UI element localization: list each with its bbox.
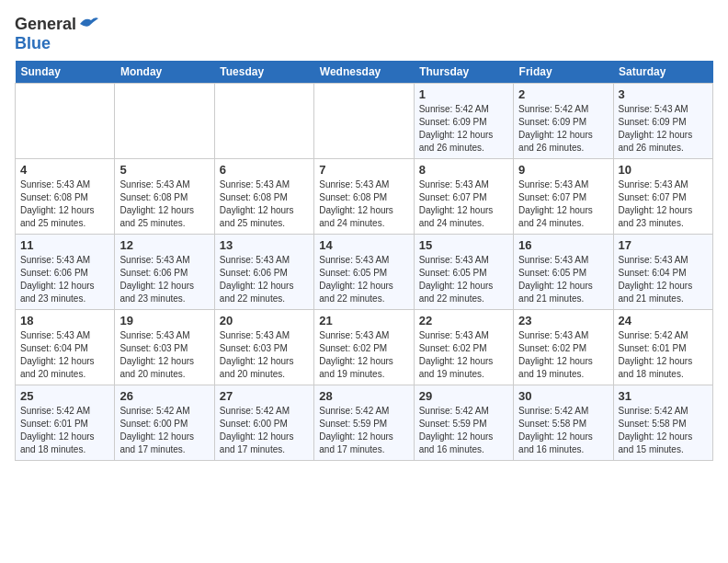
day-detail: Sunrise: 5:42 AMSunset: 5:59 PMDaylight:… xyxy=(419,405,508,456)
calendar-cell-2-2: 5Sunrise: 5:43 AMSunset: 6:08 PMDaylight… xyxy=(115,159,214,235)
day-detail: Sunrise: 5:42 AMSunset: 6:00 PMDaylight:… xyxy=(119,405,209,456)
logo-blue-text: Blue xyxy=(15,34,51,52)
calendar-cell-1-2 xyxy=(115,84,214,159)
calendar-cell-3-7: 17Sunrise: 5:43 AMSunset: 6:04 PMDayligh… xyxy=(613,235,712,310)
calendar-table: SundayMondayTuesdayWednesdayThursdayFrid… xyxy=(15,61,713,461)
weekday-header-sunday: Sunday xyxy=(16,61,115,84)
calendar-cell-2-5: 8Sunrise: 5:43 AMSunset: 6:07 PMDaylight… xyxy=(414,159,513,235)
weekday-header-saturday: Saturday xyxy=(613,61,712,84)
day-detail: Sunrise: 5:43 AMSunset: 6:05 PMDaylight:… xyxy=(319,254,408,305)
day-detail: Sunrise: 5:42 AMSunset: 6:01 PMDaylight:… xyxy=(619,329,708,381)
calendar-cell-4-5: 22Sunrise: 5:43 AMSunset: 6:02 PMDayligh… xyxy=(414,310,513,385)
calendar-cell-5-5: 29Sunrise: 5:42 AMSunset: 5:59 PMDayligh… xyxy=(414,385,513,461)
day-number: 28 xyxy=(319,389,408,403)
weekday-header-wednesday: Wednesday xyxy=(314,61,414,84)
day-number: 1 xyxy=(419,87,508,101)
day-number: 27 xyxy=(220,389,309,403)
day-detail: Sunrise: 5:43 AMSunset: 6:07 PMDaylight:… xyxy=(619,178,708,230)
calendar-cell-4-6: 23Sunrise: 5:43 AMSunset: 6:02 PMDayligh… xyxy=(514,310,613,385)
day-number: 17 xyxy=(619,238,708,252)
logo-bird-icon xyxy=(78,15,100,31)
calendar-cell-1-5: 1Sunrise: 5:42 AMSunset: 6:09 PMDaylight… xyxy=(414,84,513,159)
calendar-cell-5-7: 31Sunrise: 5:42 AMSunset: 5:58 PMDayligh… xyxy=(613,385,712,461)
calendar-cell-5-3: 27Sunrise: 5:42 AMSunset: 6:00 PMDayligh… xyxy=(214,385,313,461)
day-detail: Sunrise: 5:42 AMSunset: 5:58 PMDaylight:… xyxy=(518,405,608,456)
logo: General Blue xyxy=(15,15,100,53)
day-number: 23 xyxy=(518,314,608,327)
day-number: 30 xyxy=(518,389,608,403)
calendar-cell-2-7: 10Sunrise: 5:43 AMSunset: 6:07 PMDayligh… xyxy=(613,159,712,235)
day-detail: Sunrise: 5:43 AMSunset: 6:04 PMDaylight:… xyxy=(619,254,708,305)
day-number: 5 xyxy=(119,163,209,177)
calendar-cell-5-4: 28Sunrise: 5:42 AMSunset: 5:59 PMDayligh… xyxy=(314,385,414,461)
weekday-header-thursday: Thursday xyxy=(414,61,513,84)
calendar-cell-3-4: 14Sunrise: 5:43 AMSunset: 6:05 PMDayligh… xyxy=(314,235,414,310)
day-detail: Sunrise: 5:43 AMSunset: 6:02 PMDaylight:… xyxy=(518,329,608,381)
day-detail: Sunrise: 5:43 AMSunset: 6:08 PMDaylight:… xyxy=(119,178,209,230)
calendar-week-1: 1Sunrise: 5:42 AMSunset: 6:09 PMDaylight… xyxy=(16,84,713,159)
day-detail: Sunrise: 5:43 AMSunset: 6:09 PMDaylight:… xyxy=(619,103,708,155)
day-detail: Sunrise: 5:43 AMSunset: 6:05 PMDaylight:… xyxy=(518,254,608,305)
calendar-cell-2-4: 7Sunrise: 5:43 AMSunset: 6:08 PMDaylight… xyxy=(314,159,414,235)
day-number: 8 xyxy=(419,163,508,177)
day-number: 16 xyxy=(518,238,608,252)
calendar-cell-1-7: 3Sunrise: 5:43 AMSunset: 6:09 PMDaylight… xyxy=(613,84,712,159)
calendar-cell-1-4 xyxy=(314,84,414,159)
day-number: 11 xyxy=(20,238,109,252)
calendar-week-2: 4Sunrise: 5:43 AMSunset: 6:08 PMDaylight… xyxy=(16,159,713,235)
day-number: 18 xyxy=(20,314,109,327)
calendar-cell-3-3: 13Sunrise: 5:43 AMSunset: 6:06 PMDayligh… xyxy=(214,235,313,310)
day-number: 10 xyxy=(619,163,708,177)
day-detail: Sunrise: 5:43 AMSunset: 6:08 PMDaylight:… xyxy=(20,178,109,230)
day-detail: Sunrise: 5:43 AMSunset: 6:06 PMDaylight:… xyxy=(119,254,209,305)
day-detail: Sunrise: 5:43 AMSunset: 6:06 PMDaylight:… xyxy=(220,254,309,305)
weekday-header-friday: Friday xyxy=(514,61,613,84)
calendar-cell-2-3: 6Sunrise: 5:43 AMSunset: 6:08 PMDaylight… xyxy=(214,159,313,235)
calendar-cell-4-4: 21Sunrise: 5:43 AMSunset: 6:02 PMDayligh… xyxy=(314,310,414,385)
day-number: 14 xyxy=(319,238,408,252)
calendar-cell-3-6: 16Sunrise: 5:43 AMSunset: 6:05 PMDayligh… xyxy=(514,235,613,310)
day-detail: Sunrise: 5:43 AMSunset: 6:02 PMDaylight:… xyxy=(319,329,408,381)
calendar-week-3: 11Sunrise: 5:43 AMSunset: 6:06 PMDayligh… xyxy=(16,235,713,310)
calendar-cell-1-6: 2Sunrise: 5:42 AMSunset: 6:09 PMDaylight… xyxy=(514,84,613,159)
day-number: 7 xyxy=(319,163,408,177)
day-detail: Sunrise: 5:43 AMSunset: 6:07 PMDaylight:… xyxy=(419,178,508,230)
day-detail: Sunrise: 5:42 AMSunset: 6:00 PMDaylight:… xyxy=(220,405,309,456)
calendar-cell-5-6: 30Sunrise: 5:42 AMSunset: 5:58 PMDayligh… xyxy=(514,385,613,461)
day-number: 24 xyxy=(619,314,708,327)
weekday-header-tuesday: Tuesday xyxy=(214,61,313,84)
day-number: 2 xyxy=(518,87,608,101)
day-number: 6 xyxy=(220,163,309,177)
calendar-cell-5-2: 26Sunrise: 5:42 AMSunset: 6:00 PMDayligh… xyxy=(115,385,214,461)
day-number: 25 xyxy=(20,389,109,403)
day-detail: Sunrise: 5:42 AMSunset: 5:59 PMDaylight:… xyxy=(319,405,408,456)
day-number: 21 xyxy=(319,314,408,327)
calendar-cell-3-2: 12Sunrise: 5:43 AMSunset: 6:06 PMDayligh… xyxy=(115,235,214,310)
day-number: 19 xyxy=(119,314,209,327)
day-number: 22 xyxy=(419,314,508,327)
day-number: 12 xyxy=(119,238,209,252)
calendar-cell-3-5: 15Sunrise: 5:43 AMSunset: 6:05 PMDayligh… xyxy=(414,235,513,310)
day-detail: Sunrise: 5:43 AMSunset: 6:08 PMDaylight:… xyxy=(319,178,408,230)
day-number: 20 xyxy=(220,314,309,327)
day-detail: Sunrise: 5:42 AMSunset: 6:09 PMDaylight:… xyxy=(518,103,608,155)
calendar-cell-1-3 xyxy=(214,84,313,159)
day-detail: Sunrise: 5:42 AMSunset: 5:58 PMDaylight:… xyxy=(619,405,708,456)
day-detail: Sunrise: 5:43 AMSunset: 6:08 PMDaylight:… xyxy=(220,178,309,230)
calendar-cell-4-3: 20Sunrise: 5:43 AMSunset: 6:03 PMDayligh… xyxy=(214,310,313,385)
calendar-header-row: SundayMondayTuesdayWednesdayThursdayFrid… xyxy=(16,61,713,84)
day-number: 15 xyxy=(419,238,508,252)
calendar-cell-2-1: 4Sunrise: 5:43 AMSunset: 6:08 PMDaylight… xyxy=(16,159,115,235)
day-number: 31 xyxy=(619,389,708,403)
calendar-week-4: 18Sunrise: 5:43 AMSunset: 6:04 PMDayligh… xyxy=(16,310,713,385)
day-number: 29 xyxy=(419,389,508,403)
day-detail: Sunrise: 5:43 AMSunset: 6:03 PMDaylight:… xyxy=(220,329,309,381)
day-detail: Sunrise: 5:43 AMSunset: 6:06 PMDaylight:… xyxy=(20,254,109,305)
calendar-cell-4-1: 18Sunrise: 5:43 AMSunset: 6:04 PMDayligh… xyxy=(16,310,115,385)
day-number: 26 xyxy=(119,389,209,403)
logo-general-text: General xyxy=(15,15,76,34)
day-number: 9 xyxy=(518,163,608,177)
weekday-header-monday: Monday xyxy=(115,61,214,84)
day-detail: Sunrise: 5:43 AMSunset: 6:03 PMDaylight:… xyxy=(119,329,209,381)
calendar-cell-4-7: 24Sunrise: 5:42 AMSunset: 6:01 PMDayligh… xyxy=(613,310,712,385)
